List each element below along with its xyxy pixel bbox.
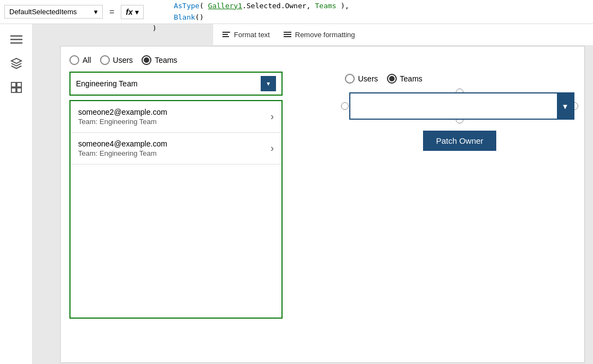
radio-right-teams[interactable]: Teams [387,74,422,84]
radio-teams-label: Teams [155,56,177,64]
fx-button[interactable]: fx ▾ [121,5,143,19]
svg-rect-9 [11,83,15,87]
gallery-item-1-primary: someone4@example.com [78,139,167,148]
fx-chevron: ▾ [135,8,139,16]
radio-users[interactable]: Users [100,55,133,65]
app-canvas: All Users Teams Engineering Team ▾ [60,46,585,363]
radio-users-circle[interactable] [100,55,110,65]
patch-owner-button[interactable]: Patch Owner [423,131,497,151]
grid-icon [10,81,22,93]
svg-rect-7 [10,39,22,40]
patch-owner-container: Patch Owner [345,131,574,151]
team-input-dropdown-btn[interactable]: ▾ [557,93,573,119]
svg-rect-11 [11,88,15,92]
fx-label: fx [126,8,132,16]
gallery-item-0-chevron: › [271,111,274,122]
team-dropdown-value: Engineering Team [76,79,138,88]
team-dropdown[interactable]: Engineering Team ▾ [69,72,283,96]
radio-all-label: All [83,56,91,64]
radio-right-users-circle[interactable] [345,74,355,84]
gallery-list: someone2@example.com Team: Engineering T… [69,100,283,319]
radio-right-teams-circle[interactable] [387,74,397,84]
gallery-item-1[interactable]: someone4@example.com Team: Engineering T… [71,133,281,165]
radio-teams-circle[interactable] [142,55,151,65]
property-dropdown-label: DefaultSelectedItems [9,8,77,16]
sidebar-components-icon[interactable] [10,81,23,94]
radio-teams[interactable]: Teams [142,55,177,65]
left-app-panel: All Users Teams Engineering Team ▾ [61,46,301,362]
gallery-item-1-text: someone4@example.com Team: Engineering T… [78,139,167,157]
team-input-field[interactable] [350,93,557,119]
formula-line-4: ) [152,23,584,34]
svg-rect-10 [16,83,21,87]
left-sidebar [0,24,33,364]
svg-rect-8 [10,43,22,44]
handle-left[interactable] [341,102,349,110]
gallery-empty-area [71,165,281,318]
right-app-panel: Users Teams ▾ [345,74,574,151]
layers-icon [10,57,22,69]
radio-right-teams-label: Teams [400,74,422,83]
radio-all[interactable]: All [69,55,91,65]
gallery-item-1-chevron: › [271,143,274,154]
radio-group-right: Users Teams [345,74,574,84]
formula-bar: DefaultSelectedItems ▾ = fx ▾ If( IsType… [0,0,593,24]
svg-rect-12 [16,88,21,92]
radio-all-circle[interactable] [69,55,79,65]
team-input-box: ▾ [349,92,574,120]
gallery-item-0-text: someone2@example.com Team: Engineering T… [78,108,167,126]
radio-group-left: All Users Teams [61,46,301,72]
radio-right-users[interactable]: Users [345,74,378,84]
svg-rect-6 [10,36,22,37]
hamburger-icon [10,33,22,45]
equals-sign: = [107,7,116,17]
gallery-item-1-secondary: Team: Engineering Team [78,149,167,157]
slider-area: ▾ [345,92,574,120]
property-dropdown-chevron: ▾ [94,8,98,16]
radio-right-users-label: Users [358,74,378,83]
gallery-item-0-secondary: Team: Engineering Team [78,118,167,126]
team-dropdown-chevron[interactable]: ▾ [261,76,276,91]
gallery-item-0-primary: someone2@example.com [78,108,167,116]
formula-line-2: AsType( Gallery1.Selected.Owner, Teams )… [152,1,584,12]
formula-line-3: Blank() [152,12,584,24]
gallery-item-0[interactable]: someone2@example.com Team: Engineering T… [71,101,281,133]
property-dropdown[interactable]: DefaultSelectedItems ▾ [4,5,103,19]
sidebar-menu-icon[interactable] [10,33,23,46]
radio-users-label: Users [113,56,133,64]
formula-editor[interactable]: If( IsType( Gallery1.Selected.Owner, Tea… [148,0,589,37]
sidebar-layers-icon[interactable] [10,57,23,70]
canvas-area: All Users Teams Engineering Team ▾ [33,24,593,364]
